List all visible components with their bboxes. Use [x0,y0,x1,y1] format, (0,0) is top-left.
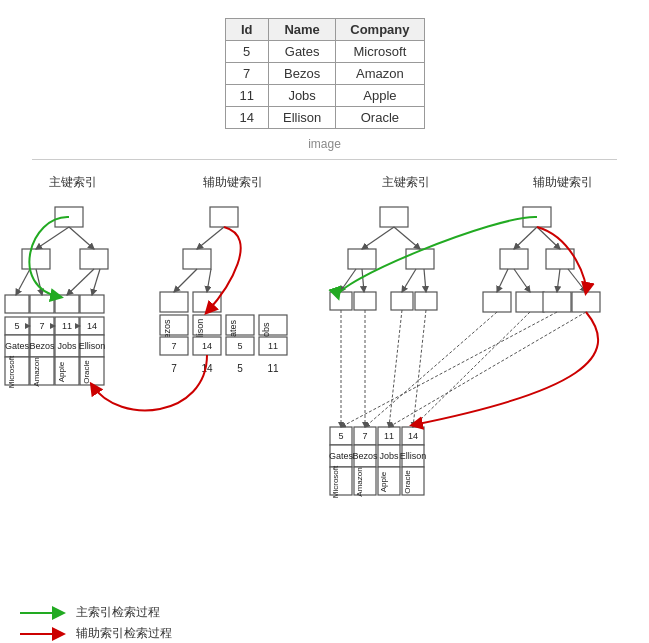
svg-line-124 [389,312,586,427]
svg-text:11: 11 [268,341,278,351]
svg-rect-73 [354,292,376,310]
svg-line-71 [394,227,420,249]
myisam-tree-labels: 主键索引 辅助键索引 [328,174,649,191]
svg-text:Apple: Apple [379,471,388,492]
innodb-tree-labels: 主键索引 辅助键索引 [0,174,320,191]
svg-line-4 [69,227,94,249]
svg-rect-75 [415,292,437,310]
svg-text:Microsoft: Microsoft [331,465,340,498]
legend-primary-label: 主索引检索过程 [76,604,160,621]
legend-green-arrow-icon [18,605,68,621]
svg-text:Ellison: Ellison [400,451,427,461]
svg-text:7: 7 [362,431,367,441]
svg-line-10 [36,269,42,295]
svg-line-77 [362,269,364,292]
svg-line-45 [174,269,197,292]
svg-line-42 [197,227,224,249]
svg-line-46 [207,269,211,292]
myisam-secondary-label: 辅助键索引 [483,174,643,191]
svg-line-118 [514,269,530,292]
svg-rect-74 [391,292,413,310]
col-name: Name [268,19,335,41]
svg-text:Gates: Gates [329,451,354,461]
svg-rect-40 [210,207,238,227]
svg-text:Amazon: Amazon [32,357,41,386]
svg-rect-113 [483,292,511,312]
svg-text:Jobs: Jobs [379,451,399,461]
svg-rect-67 [380,207,408,227]
innodb-half: 主键索引 辅助键索引 [0,174,320,594]
legend-secondary-label: 辅助索引检索过程 [76,625,172,642]
svg-rect-5 [5,295,29,313]
myisam-half: 主键索引 辅助键索引 [320,174,649,594]
svg-line-11 [67,269,94,295]
svg-rect-8 [80,295,104,313]
section-divider [32,159,616,160]
top-section: Id Name Company 5GatesMicrosoft7BezosAma… [0,0,649,159]
svg-text:5: 5 [338,431,343,441]
svg-line-106 [389,310,402,427]
svg-text:7: 7 [171,341,176,351]
table-cell: 11 [225,85,268,107]
table-cell: Microsoft [336,41,424,63]
svg-line-12 [92,269,100,295]
svg-rect-114 [516,292,544,312]
svg-rect-43 [160,292,188,312]
svg-text:11: 11 [384,431,394,441]
innodb-svg: 5 Gates Microsoft 7 Bezos Amazon 11 Jobs… [0,197,320,557]
table-cell: Bezos [268,63,335,85]
svg-text:14: 14 [408,431,418,441]
svg-line-9 [16,269,30,295]
legend: 主索引检索过程 辅助索引检索过程 [0,594,649,643]
table-cell: Apple [336,85,424,107]
svg-line-79 [424,269,426,292]
col-company: Company [336,19,424,41]
svg-text:5: 5 [237,363,243,374]
svg-line-119 [557,269,560,292]
legend-secondary: 辅助索引检索过程 [18,625,631,642]
svg-text:11: 11 [62,321,72,331]
svg-rect-41 [183,249,211,269]
svg-line-120 [568,269,586,292]
svg-rect-6 [30,295,54,313]
svg-rect-109 [500,249,528,269]
innodb-secondary-label: 辅助键索引 [145,174,320,191]
table-cell: 7 [225,63,268,85]
col-id: Id [225,19,268,41]
svg-line-123 [341,312,557,427]
table-cell: 14 [225,107,268,129]
table-cell: Ellison [268,107,335,129]
svg-text:Oracle: Oracle [403,470,412,494]
svg-text:Ellison: Ellison [79,341,106,351]
table-cell: Amazon [336,63,424,85]
svg-text:11: 11 [267,363,279,374]
legend-red-arrow-icon [18,626,68,642]
svg-line-76 [340,269,356,292]
svg-text:Gates: Gates [5,341,30,351]
innodb-primary-label: 主键索引 [0,174,145,191]
svg-text:5: 5 [237,341,242,351]
svg-text:Oracle: Oracle [82,360,91,384]
svg-rect-68 [348,249,376,269]
svg-rect-2 [80,249,108,269]
svg-line-111 [514,227,537,249]
svg-text:7: 7 [171,363,177,374]
svg-text:Microsoft: Microsoft [7,355,16,388]
myisam-svg: 5 Gates Microsoft 7 Bezos Amazon 11 Jobs… [328,197,648,557]
image-label: image [308,137,341,151]
svg-text:7: 7 [39,321,44,331]
svg-text:Amazon: Amazon [355,467,364,496]
svg-rect-72 [330,292,352,310]
svg-text:14: 14 [87,321,97,331]
svg-line-78 [402,269,416,292]
table-cell: 5 [225,41,268,63]
svg-text:Bezos: Bezos [352,451,378,461]
svg-line-70 [362,227,394,249]
table-cell: Oracle [336,107,424,129]
legend-primary: 主索引检索过程 [18,604,631,621]
svg-text:Jobs: Jobs [57,341,77,351]
svg-line-117 [497,269,508,292]
data-table: Id Name Company 5GatesMicrosoft7BezosAma… [225,18,425,129]
diagram-area: 主键索引 辅助键索引 [0,174,649,594]
svg-rect-116 [572,292,600,312]
